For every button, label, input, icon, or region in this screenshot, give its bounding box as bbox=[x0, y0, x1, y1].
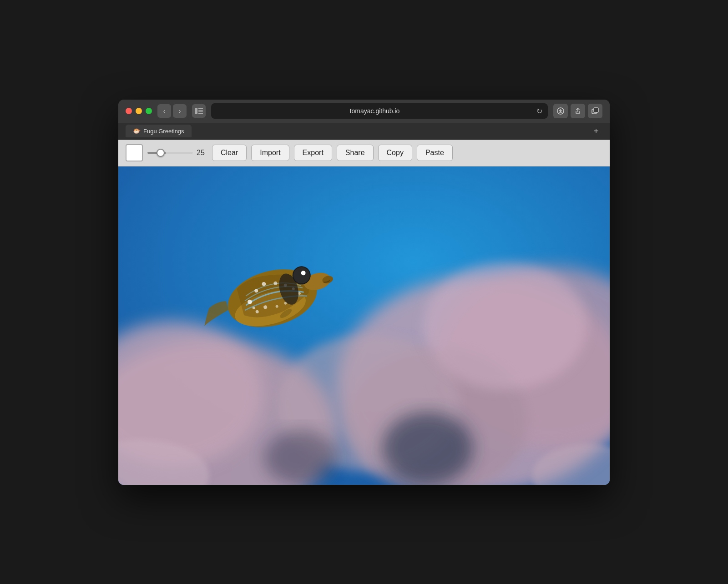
tabs-button[interactable] bbox=[588, 104, 602, 118]
app-toolbar: 25 Clear Import Export Share Copy Paste bbox=[118, 140, 610, 166]
close-button[interactable] bbox=[126, 108, 132, 114]
svg-rect-6 bbox=[594, 108, 598, 112]
brush-size-control: 25 bbox=[147, 149, 207, 157]
sidebar-toggle-button[interactable] bbox=[192, 104, 206, 118]
url-bar[interactable]: tomayac.github.io ↻ bbox=[211, 103, 548, 119]
traffic-lights bbox=[126, 108, 152, 114]
browser-window: ‹ › tomayac.github.io ↻ bbox=[118, 100, 610, 485]
tab-title: Fugu Greetings bbox=[143, 128, 184, 135]
nav-buttons: ‹ › bbox=[157, 104, 187, 118]
browser-toolbar-right bbox=[553, 104, 602, 118]
svg-point-14 bbox=[423, 262, 587, 389]
url-text: tomayac.github.io bbox=[217, 107, 533, 115]
reload-button[interactable]: ↻ bbox=[536, 107, 542, 116]
back-button[interactable]: ‹ bbox=[157, 104, 171, 118]
copy-button[interactable]: Copy bbox=[378, 145, 412, 161]
canvas-area[interactable] bbox=[118, 166, 610, 485]
svg-rect-3 bbox=[198, 113, 203, 114]
export-button[interactable]: Export bbox=[294, 145, 332, 161]
clear-button[interactable]: Clear bbox=[212, 145, 247, 161]
share-button[interactable] bbox=[571, 104, 585, 118]
tab-favicon: 🐡 bbox=[133, 127, 141, 135]
tab-bar: 🐡 Fugu Greetings + bbox=[118, 123, 610, 140]
svg-point-15 bbox=[382, 412, 473, 485]
fish-scene-svg bbox=[118, 166, 610, 485]
share-app-button[interactable]: Share bbox=[337, 145, 374, 161]
color-picker[interactable] bbox=[126, 144, 143, 161]
brush-size-value: 25 bbox=[197, 149, 207, 157]
svg-rect-1 bbox=[198, 108, 203, 109]
import-button[interactable]: Import bbox=[251, 145, 289, 161]
forward-button[interactable]: › bbox=[173, 104, 187, 118]
maximize-button[interactable] bbox=[146, 108, 152, 114]
brush-size-slider[interactable] bbox=[147, 152, 193, 154]
new-tab-button[interactable]: + bbox=[590, 125, 602, 137]
svg-rect-0 bbox=[195, 108, 197, 114]
svg-point-16 bbox=[264, 430, 337, 485]
title-bar: ‹ › tomayac.github.io ↻ bbox=[118, 100, 610, 123]
minimize-button[interactable] bbox=[136, 108, 142, 114]
active-tab[interactable]: 🐡 Fugu Greetings bbox=[126, 125, 192, 137]
app-content: 25 Clear Import Export Share Copy Paste bbox=[118, 140, 610, 485]
download-button[interactable] bbox=[553, 104, 568, 118]
paste-button[interactable]: Paste bbox=[417, 145, 453, 161]
svg-rect-2 bbox=[198, 111, 203, 112]
